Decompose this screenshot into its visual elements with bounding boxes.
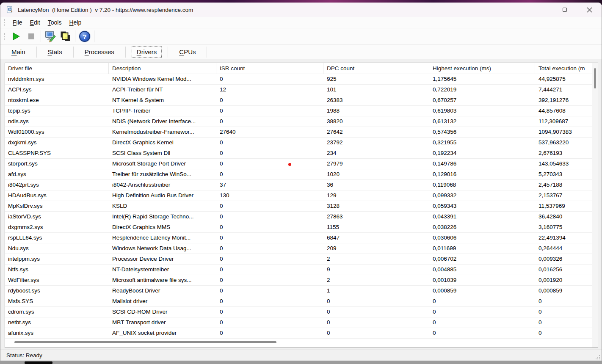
table-cell: 0,043391 bbox=[429, 212, 535, 222]
table-row[interactable]: WdFilter.sysMicrosoft antimalware file s… bbox=[5, 275, 592, 286]
table-row[interactable]: rdyboost.sysReadyBoost Driver010,0008590… bbox=[5, 286, 592, 296]
table-cell: cdrom.sys bbox=[5, 307, 109, 317]
table-row[interactable]: storport.sysMicrosoft Storage Port Drive… bbox=[5, 159, 592, 169]
menu-item-file[interactable]: File bbox=[9, 18, 26, 27]
column-header-5[interactable]: Total execution (m bbox=[535, 63, 592, 74]
table-row[interactable]: netbt.sysMBT Transport driver0000 bbox=[5, 317, 592, 328]
table-row[interactable]: dxgkrnl.sysDirectX Graphics Kernel023792… bbox=[5, 138, 592, 148]
tab-stats[interactable]: Stats bbox=[37, 45, 73, 59]
column-header-0[interactable]: Driver file bbox=[5, 63, 109, 74]
column-header-3[interactable]: DPC count bbox=[323, 63, 429, 74]
table-cell: 925 bbox=[323, 74, 429, 84]
table-row[interactable]: tcpip.sysTCP/IP-Treiber019880,61980344,8… bbox=[5, 106, 592, 116]
column-header-4[interactable]: Highest execution (ms) bbox=[429, 63, 535, 74]
menu-items: FileEditToolsHelp bbox=[9, 18, 85, 27]
minimize-button[interactable] bbox=[528, 3, 552, 17]
vertical-scrollbar[interactable] bbox=[592, 63, 598, 347]
table-cell: 0 bbox=[216, 243, 323, 254]
tab-cpus[interactable]: CPUs bbox=[168, 45, 207, 59]
table-cell: 0 bbox=[216, 275, 323, 285]
maximize-button[interactable] bbox=[552, 3, 577, 17]
stop-monitor-button[interactable] bbox=[24, 30, 39, 43]
table-header: Driver fileDescriptionISR countDPC count… bbox=[5, 63, 592, 74]
table-row[interactable]: ACPI.sysACPI-Treiber für NT121010,722019… bbox=[5, 85, 592, 95]
menu-item-edit[interactable]: Edit bbox=[26, 18, 44, 27]
table-cell: 0,192234 bbox=[429, 148, 535, 158]
toolbar-separator bbox=[94, 30, 94, 42]
table-row[interactable]: i8042prt.sysi8042-Anschlusstreiber37360,… bbox=[5, 180, 592, 190]
table-cell: 234 bbox=[323, 148, 429, 158]
table-cell: 537,963220 bbox=[535, 138, 592, 148]
status-text: Status: Ready bbox=[6, 352, 42, 358]
window-title: LatencyMon (Home Edition ) v 7.20 - http… bbox=[18, 7, 193, 13]
toolbar-grip[interactable] bbox=[4, 33, 5, 40]
table-cell: 0,016256 bbox=[535, 265, 592, 275]
tab-drivers[interactable]: Drivers bbox=[132, 46, 162, 58]
table-cell: 0,000859 bbox=[429, 286, 535, 296]
table-cell: 0,011699 bbox=[429, 243, 535, 254]
table-row[interactable]: MpKslDrv.sysKSLD031280,05934311,537969 bbox=[5, 201, 592, 212]
help-button[interactable]: ? bbox=[77, 30, 92, 43]
table-cell: Microsoft antimalware file sys... bbox=[109, 275, 216, 285]
menu-item-tools[interactable]: Tools bbox=[44, 18, 66, 27]
table-cell: 0,321955 bbox=[429, 138, 535, 148]
table-cell: 0 bbox=[216, 201, 323, 211]
table-row[interactable]: ntoskrnl.exeNT Kernel & System0263830,67… bbox=[5, 95, 592, 106]
table-row[interactable]: intelppm.sysProcessor Device Driver020,0… bbox=[5, 254, 592, 265]
table-row[interactable]: Wdf01000.sysKernelmodustreiber-Framewor.… bbox=[5, 127, 592, 138]
table-cell: intelppm.sys bbox=[5, 254, 109, 264]
table-row[interactable]: ndis.sysNDIS (Network Driver Interface..… bbox=[5, 116, 592, 127]
table-row[interactable]: rspLLL64.sysResplendence Latency Monit..… bbox=[5, 233, 592, 243]
table-cell: 0 bbox=[216, 74, 323, 84]
table-cell: storport.sys bbox=[5, 159, 109, 169]
table-row[interactable]: Msfs.SYSMailslot driver0000 bbox=[5, 296, 592, 307]
trace-analysis-button[interactable] bbox=[43, 30, 58, 43]
start-monitor-button[interactable] bbox=[8, 30, 24, 43]
close-button[interactable] bbox=[577, 3, 602, 17]
menubar-grip[interactable] bbox=[4, 19, 5, 26]
tab-processes[interactable]: Processes bbox=[74, 45, 125, 59]
table-cell: 0 bbox=[216, 95, 323, 105]
column-header-1[interactable]: Description bbox=[109, 63, 216, 74]
app-icon bbox=[6, 6, 14, 14]
table-cell: 0 bbox=[216, 265, 323, 275]
table-cell: 0 bbox=[216, 116, 323, 127]
table-cell: 2,153767 bbox=[535, 190, 592, 201]
table-cell: 1988 bbox=[323, 106, 429, 116]
table-row[interactable]: Ndu.sysWindows Network Data Usag...02090… bbox=[5, 243, 592, 254]
menu-bar: FileEditToolsHelp bbox=[0, 17, 602, 28]
tab-bar: MainStatsProcessesDriversCPUs bbox=[0, 45, 602, 59]
copy-report-button[interactable] bbox=[58, 30, 73, 43]
table-cell: 0,001039 bbox=[429, 275, 535, 285]
copy-pages-icon bbox=[60, 30, 72, 42]
table-cell: 11,537969 bbox=[535, 201, 592, 211]
table-body: nvlddmkm.sysNVIDIA Windows Kernel Mod...… bbox=[5, 74, 592, 339]
table-row[interactable]: afd.sysTreiber für zusätzliche WinSo...0… bbox=[5, 169, 592, 180]
table-cell: 0 bbox=[429, 317, 535, 328]
vertical-scrollbar-thumb[interactable] bbox=[594, 68, 596, 88]
table-row[interactable]: HDAudBus.sysHigh Definition Audio Bus Dr… bbox=[5, 190, 592, 201]
column-header-2[interactable]: ISR count bbox=[216, 63, 323, 74]
table-row[interactable]: CLASSPNP.SYSSCSI Class System Dll02340,1… bbox=[5, 148, 592, 159]
table-row[interactable]: Ntfs.sysNT-Dateisystemtreiber090,0048850… bbox=[5, 265, 592, 275]
table-cell: 37 bbox=[216, 180, 323, 190]
table-cell: Msfs.SYS bbox=[5, 296, 109, 306]
table-cell: 0 bbox=[535, 307, 592, 317]
resize-grip-icon[interactable] bbox=[595, 354, 600, 359]
horizontal-scrollbar-thumb[interactable] bbox=[14, 341, 276, 343]
table-cell: 130 bbox=[216, 190, 323, 201]
table-row[interactable]: afunix.sysAF_UNIX socket provider0000 bbox=[5, 328, 592, 339]
help-icon: ? bbox=[79, 31, 90, 42]
table-row[interactable]: cdrom.sysSCSI CD-ROM Driver0000 bbox=[5, 307, 592, 317]
menu-item-help[interactable]: Help bbox=[65, 18, 85, 27]
table-row[interactable]: dxgmms2.sysDirectX Graphics MMS011550,03… bbox=[5, 222, 592, 233]
screen: LatencyMon (Home Edition ) v 7.20 - http… bbox=[0, 0, 602, 364]
tab-main[interactable]: Main bbox=[0, 45, 36, 59]
table-cell: 0,264444 bbox=[535, 243, 592, 254]
table-cell: 27642 bbox=[323, 127, 429, 137]
table-row[interactable]: nvlddmkm.sysNVIDIA Windows Kernel Mod...… bbox=[5, 74, 592, 85]
table-row[interactable]: iaStorVD.sysIntel(R) Rapid Storage Techn… bbox=[5, 212, 592, 222]
table-cell: 36,42840 bbox=[535, 212, 592, 222]
table-cell: 0,722019 bbox=[429, 85, 535, 95]
close-icon bbox=[587, 7, 592, 13]
